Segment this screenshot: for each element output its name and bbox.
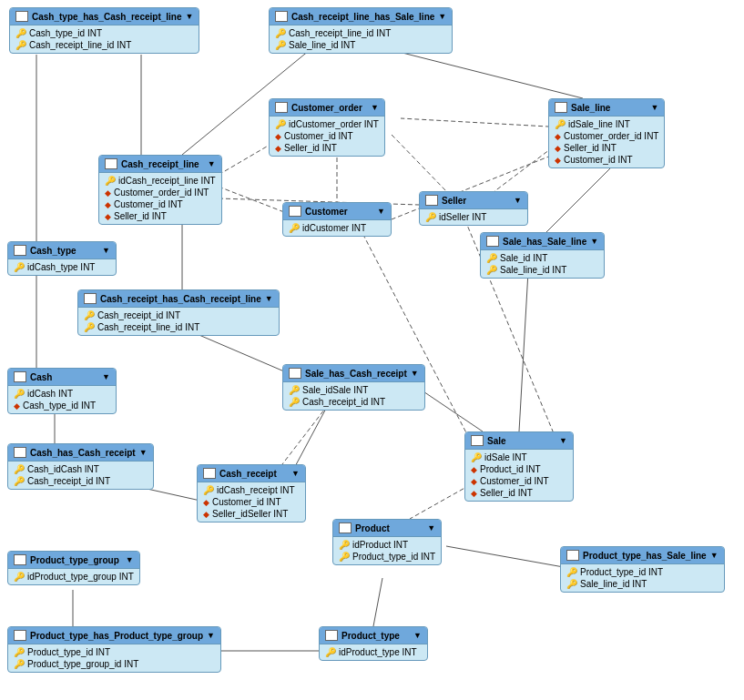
field-name: Product_id INT [480, 464, 541, 474]
field-row: ◆Seller_idSeller INT [201, 508, 301, 520]
pk-icon: 🔑 [275, 28, 286, 38]
table-icon [425, 195, 438, 206]
field-name: idSale_line INT [568, 119, 630, 129]
dropdown-icon[interactable]: ▼ [377, 207, 385, 216]
field-name: Customer_id INT [480, 476, 549, 486]
entity-header-cash_receipt_has_cash_receipt_line: Cash_receipt_has_Cash_receipt_line▼ [78, 290, 279, 308]
field-row: ◆Seller_id INT [103, 210, 218, 222]
entity-customer_order: Customer_order▼🔑idCustomer_order INT◆Cus… [269, 98, 385, 157]
entity-body-sale_has_cash_receipt: 🔑Sale_idSale INT🔑Cash_receipt_id INT [283, 382, 424, 410]
pk-icon: 🔑 [14, 389, 25, 399]
field-row: 🔑Sale_id INT [484, 252, 600, 264]
dropdown-icon[interactable]: ▼ [265, 294, 273, 303]
dropdown-icon[interactable]: ▼ [291, 469, 300, 478]
dropdown-icon[interactable]: ▼ [651, 103, 659, 112]
field-name: Customer_id INT [212, 497, 281, 507]
dropdown-icon[interactable]: ▼ [413, 631, 422, 640]
field-name: Sale_line_id INT [289, 40, 355, 50]
field-row: 🔑Cash_receipt_id INT [12, 475, 149, 487]
table-icon [339, 522, 352, 533]
dropdown-icon[interactable]: ▼ [186, 12, 194, 21]
entity-product: Product▼🔑idProduct INT🔑Product_type_id I… [332, 519, 442, 565]
field-row: 🔑Cash_receipt_id INT [287, 396, 421, 408]
entity-cash_type: Cash_type▼🔑idCash_type INT [7, 241, 117, 276]
field-name: Product_type_id INT [352, 552, 435, 562]
dropdown-icon[interactable]: ▼ [590, 237, 598, 246]
fk-icon: ◆ [471, 477, 477, 486]
entity-body-cash_has_cash_receipt: 🔑Cash_idCash INT🔑Cash_receipt_id INT [8, 462, 153, 489]
entity-title: Product_type [341, 631, 400, 641]
table-icon [275, 11, 288, 22]
field-row: 🔑Product_type_group_id INT [12, 658, 217, 670]
entity-header-sale_has_cash_receipt: Sale_has_Cash_receipt▼ [283, 365, 424, 382]
pk-icon: 🔑 [555, 119, 566, 129]
entity-header-sale_has_sale_line: Sale_has_Sale_line▼ [481, 233, 604, 250]
svg-line-24 [446, 546, 574, 569]
dropdown-icon[interactable]: ▼ [559, 436, 567, 445]
table-icon [471, 435, 484, 446]
entity-sale_has_cash_receipt: Sale_has_Cash_receipt▼🔑Sale_idSale INT🔑C… [282, 364, 425, 411]
entity-body-cash_receipt_line_has_sale_line: 🔑Cash_receipt_line_id INT🔑Sale_line_id I… [270, 25, 452, 53]
field-name: Cash_receipt_line_id INT [97, 322, 199, 332]
entity-sale_has_sale_line: Sale_has_Sale_line▼🔑Sale_id INT🔑Sale_lin… [480, 232, 605, 279]
table-icon [14, 630, 26, 641]
dropdown-icon[interactable]: ▼ [139, 448, 148, 457]
pk-icon: 🔑 [486, 253, 497, 263]
dropdown-icon[interactable]: ▼ [710, 551, 719, 560]
table-icon [566, 550, 579, 561]
dropdown-icon[interactable]: ▼ [371, 103, 379, 112]
entity-header-sale_line: Sale_line▼ [549, 99, 664, 117]
field-name: idProduct INT [352, 540, 408, 550]
table-icon [289, 368, 301, 379]
pk-icon: 🔑 [486, 265, 497, 275]
field-name: Sale_line_id INT [580, 579, 647, 589]
field-row: ◆Seller_id INT [273, 142, 381, 154]
field-row: 🔑idSale_line INT [553, 118, 660, 130]
dropdown-icon[interactable]: ▼ [208, 159, 216, 168]
dropdown-icon[interactable]: ▼ [411, 369, 419, 378]
dropdown-icon[interactable]: ▼ [102, 246, 110, 255]
entity-product_type_group: Product_type_group▼🔑idProduct_type_group… [7, 551, 140, 585]
entity-body-sale_has_sale_line: 🔑Sale_id INT🔑Sale_line_id INT [481, 250, 604, 278]
field-name: Sale_line_id INT [500, 265, 566, 275]
entity-title: Product_type_has_Sale_line [583, 551, 707, 561]
field-name: Product_type_id INT [580, 567, 663, 577]
fk-icon: ◆ [203, 498, 209, 507]
fk-icon: ◆ [105, 200, 111, 209]
table-icon [486, 236, 499, 247]
pk-icon: 🔑 [289, 385, 300, 395]
dropdown-icon[interactable]: ▼ [514, 196, 522, 205]
field-name: Seller_id INT [284, 143, 337, 153]
field-name: idCustomer INT [302, 223, 366, 233]
dropdown-icon[interactable]: ▼ [207, 631, 215, 640]
entity-header-cash_receipt_line_has_sale_line: Cash_receipt_line_has_Sale_line▼ [270, 8, 452, 25]
entity-body-cash_type_has_cash_receipt_line: 🔑Cash_type_id INT🔑Cash_receipt_line_id I… [10, 25, 199, 53]
dropdown-icon[interactable]: ▼ [438, 12, 446, 21]
svg-line-5 [392, 135, 446, 191]
fk-icon: ◆ [203, 510, 209, 519]
entity-header-product_type_has_product_type_group: Product_type_has_Product_type_group▼ [8, 627, 220, 644]
field-name: Cash_receipt_id INT [97, 310, 180, 320]
field-name: Seller_id INT [114, 211, 167, 221]
entity-header-product_type: Product_type▼ [320, 627, 427, 644]
dropdown-icon[interactable]: ▼ [102, 372, 110, 381]
table-icon [14, 245, 26, 256]
entity-header-seller: Seller▼ [420, 192, 527, 209]
dropdown-icon[interactable]: ▼ [427, 523, 435, 533]
fk-icon: ◆ [471, 465, 477, 474]
svg-line-14 [546, 159, 619, 232]
dropdown-icon[interactable]: ▼ [126, 555, 134, 564]
field-name: idCash INT [27, 389, 73, 399]
field-name: idCash_receipt_line INT [118, 176, 216, 186]
entity-header-cash: Cash▼ [8, 369, 116, 386]
svg-line-3 [392, 50, 583, 98]
entity-header-sale: Sale▼ [465, 432, 573, 450]
entity-body-cash_receipt: 🔑idCash_receipt INT◆Customer_id INT◆Sell… [198, 482, 305, 522]
entity-body-product_type: 🔑idProduct_type INT [320, 644, 427, 660]
field-row: 🔑Cash_receipt_line_id INT [82, 321, 275, 333]
pk-icon: 🔑 [14, 262, 25, 272]
field-row: 🔑Sale_line_id INT [565, 578, 720, 590]
field-row: ◆Seller_id INT [553, 142, 660, 154]
entity-product_type_has_product_type_group: Product_type_has_Product_type_group▼🔑Pro… [7, 626, 221, 673]
field-name: idCustomer_order INT [289, 119, 379, 129]
